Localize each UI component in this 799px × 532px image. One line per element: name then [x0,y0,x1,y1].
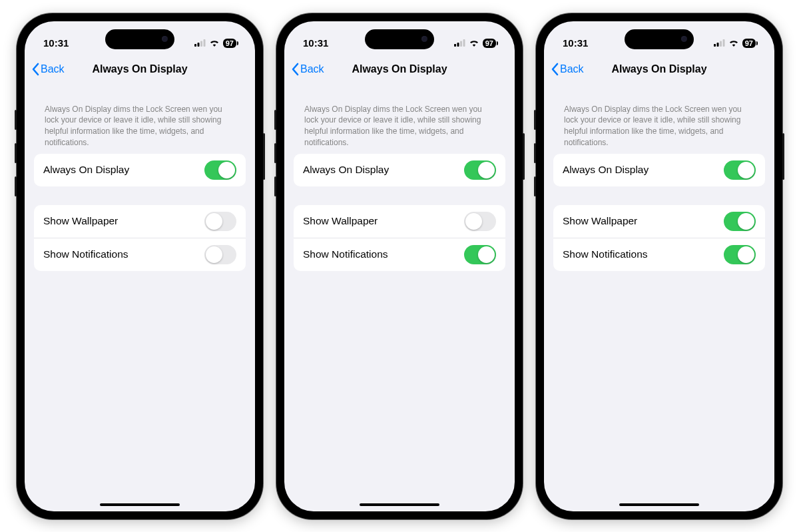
settings-group-main: Always On Display [34,154,246,186]
settings-group-options: Show Wallpaper Show Notifications [294,205,505,271]
svg-rect-8 [714,44,716,47]
back-label: Back [300,63,324,75]
battery-icon: 97 [483,39,496,48]
description-text: Always On Display dims the Lock Screen w… [34,84,246,154]
back-button[interactable]: Back [291,63,324,76]
row-show-wallpaper: Show Wallpaper [553,205,765,238]
wifi-icon [209,39,220,47]
row-show-notifications: Show Notifications [553,238,765,271]
row-show-wallpaper: Show Wallpaper [294,205,505,238]
phone-frame: 10:31 97 Back Always On Display Always O… [536,13,782,519]
row-label: Show Notifications [43,248,129,260]
home-indicator[interactable] [100,503,180,506]
chevron-left-icon [31,63,39,76]
description-text: Always On Display dims the Lock Screen w… [294,84,505,154]
dynamic-island [625,29,694,49]
toggle-always-on[interactable] [464,160,496,180]
wifi-icon [469,39,479,47]
description-text: Always On Display dims the Lock Screen w… [553,84,765,154]
battery-icon: 97 [742,39,756,48]
svg-rect-10 [720,41,722,47]
wifi-icon [728,39,739,47]
row-label: Show Notifications [563,248,648,260]
toggle-show-wallpaper[interactable] [464,212,496,231]
phone-frame: 10:31 97 Back Always On Display Always O… [17,13,263,519]
toggle-show-notifications[interactable] [204,245,236,264]
cellular-icon [714,39,725,47]
svg-rect-5 [457,43,459,47]
row-always-on: Always On Display [34,154,246,186]
screen: 10:31 97 Back Always On Display Always O… [284,21,515,511]
svg-rect-4 [454,44,456,47]
settings-group-options: Show Wallpaper Show Notifications [34,205,246,271]
svg-rect-11 [722,39,724,47]
toggle-always-on[interactable] [724,160,756,180]
home-indicator[interactable] [360,503,439,506]
cellular-icon [194,39,206,47]
svg-rect-1 [197,43,199,47]
screen: 10:31 97 Back Always On Display Always O… [25,21,255,511]
home-indicator[interactable] [619,503,699,506]
svg-rect-9 [716,43,718,47]
dynamic-island [105,29,174,49]
status-time: 10:31 [43,37,69,49]
row-label: Show Wallpaper [563,215,637,227]
cellular-icon [454,39,465,47]
row-always-on: Always On Display [294,154,505,186]
row-label: Always On Display [563,164,649,176]
row-show-notifications: Show Notifications [34,238,246,271]
svg-rect-3 [203,39,205,47]
nav-bar: Back Always On Display [544,55,774,84]
svg-rect-2 [200,41,202,47]
back-button[interactable]: Back [31,63,65,76]
back-label: Back [560,63,584,75]
back-label: Back [41,63,65,75]
toggle-show-wallpaper[interactable] [204,212,236,231]
svg-rect-0 [194,44,196,47]
screen: 10:31 97 Back Always On Display Always O… [544,21,774,511]
settings-group-main: Always On Display [294,154,505,186]
toggle-show-notifications[interactable] [724,245,756,264]
back-button[interactable]: Back [551,63,584,76]
settings-group-options: Show Wallpaper Show Notifications [553,205,765,271]
battery-icon: 97 [223,39,236,48]
row-label: Show Wallpaper [303,215,378,227]
nav-bar: Back Always On Display [25,55,255,84]
row-always-on: Always On Display [553,154,765,186]
row-label: Always On Display [303,164,389,176]
toggle-always-on[interactable] [204,160,236,180]
row-label: Always On Display [43,164,129,176]
toggle-show-notifications[interactable] [464,245,496,264]
phone-frame: 10:31 97 Back Always On Display Always O… [276,13,523,519]
svg-rect-6 [460,41,462,47]
dynamic-island [365,29,434,49]
row-label: Show Wallpaper [43,215,118,227]
chevron-left-icon [291,63,299,76]
row-show-wallpaper: Show Wallpaper [34,205,246,238]
status-time: 10:31 [563,37,588,49]
row-show-notifications: Show Notifications [294,238,505,271]
settings-group-main: Always On Display [553,154,765,186]
toggle-show-wallpaper[interactable] [724,212,756,231]
chevron-left-icon [551,63,559,76]
status-time: 10:31 [303,37,328,49]
row-label: Show Notifications [303,248,388,260]
svg-rect-7 [463,39,465,47]
nav-bar: Back Always On Display [284,55,515,84]
